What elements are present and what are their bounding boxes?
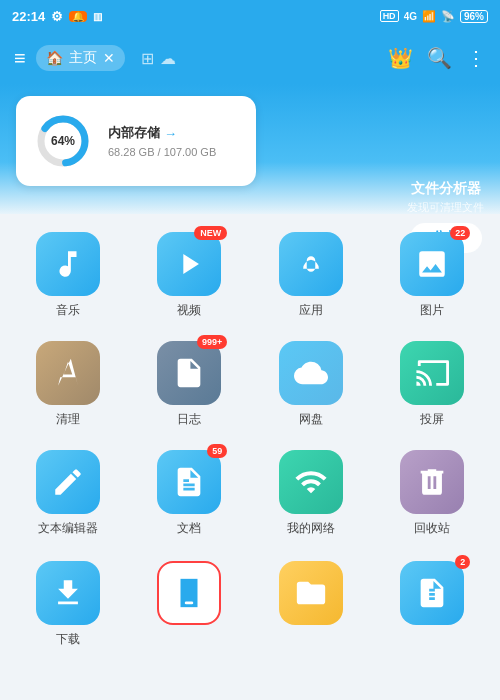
status-bar: 22:14 ⚙ 🔔 ▥ HD 4G 📶 📡 96%: [0, 0, 500, 32]
app-item-trash[interactable]: 回收站: [375, 442, 491, 545]
app-label-cloud: 网盘: [299, 411, 323, 428]
app-item-download[interactable]: 下载: [10, 553, 126, 656]
app-icon-app: [279, 232, 343, 296]
hamburger-menu[interactable]: ≡: [14, 47, 26, 70]
wifi-icon: 📡: [441, 10, 455, 23]
app-icon-cast: [400, 341, 464, 405]
app-icon-folder: [279, 561, 343, 625]
svg-rect-2: [185, 602, 194, 605]
more-menu-icon[interactable]: ⋮: [466, 46, 486, 70]
hd-icon: HD: [380, 10, 399, 22]
app-item-doc[interactable]: 59文档: [132, 442, 248, 545]
toolbar-right: 👑 🔍 ⋮: [388, 46, 486, 70]
tab-extra-icons: ⊞ ☁: [141, 49, 176, 68]
settings-icon: ⚙: [51, 9, 63, 24]
tab-bar[interactable]: 🏠 主页 ✕: [36, 45, 125, 71]
app-label-doc: 文档: [177, 520, 201, 537]
bottom-row: 下载2: [0, 553, 500, 666]
app-label-music: 音乐: [56, 302, 80, 319]
app-grid-section: 音乐NEW视频应用22图片清理999+日志网盘投屏文本编辑器59文档我的网络回收…: [0, 214, 500, 553]
badge-video: NEW: [194, 226, 227, 240]
app-item-log[interactable]: 999+日志: [132, 333, 248, 436]
app-label-app: 应用: [299, 302, 323, 319]
app-label-image: 图片: [420, 302, 444, 319]
app-icon-log: 999+: [157, 341, 221, 405]
storage-donut: 64%: [34, 112, 92, 170]
app-icon-video: NEW: [157, 232, 221, 296]
storage-usage: 68.28 GB / 107.00 GB: [108, 146, 238, 158]
app-icon-image: 22: [400, 232, 464, 296]
app-icon-cloud: [279, 341, 343, 405]
app-icon-doc: 59: [157, 450, 221, 514]
app-icon-trash: [400, 450, 464, 514]
4g-icon: 4G: [404, 11, 417, 22]
storage-title: 内部存储 →: [108, 124, 238, 142]
app-icon-editor: [36, 450, 100, 514]
status-icons: HD 4G 📶 📡 96%: [380, 10, 488, 23]
app-item-editor[interactable]: 文本编辑器: [10, 442, 126, 545]
storage-arrow-icon: →: [164, 126, 177, 141]
extra-icon: ▥: [93, 11, 102, 22]
grid-icon: ⊞: [141, 49, 154, 68]
app-item-music[interactable]: 音乐: [10, 224, 126, 327]
badge-image: 22: [450, 226, 470, 240]
app-item-image[interactable]: 22图片: [375, 224, 491, 327]
app-item-app[interactable]: 应用: [253, 224, 369, 327]
status-time-area: 22:14 ⚙ 🔔 ▥: [12, 9, 102, 24]
storage-info: 内部存储 → 68.28 GB / 107.00 GB: [108, 124, 238, 158]
analyzer-title: 文件分析器: [407, 180, 484, 198]
app-label-video: 视频: [177, 302, 201, 319]
app-item-zip[interactable]: 2: [375, 553, 491, 656]
app-label-clean: 清理: [56, 411, 80, 428]
app-label-cast: 投屏: [420, 411, 444, 428]
blue-section: 64% 内部存储 → 68.28 GB / 107.00 GB 文件分析器 发现…: [0, 84, 500, 214]
notification-icon: 🔔: [69, 11, 87, 22]
app-icon-network: [279, 450, 343, 514]
status-time: 22:14: [12, 9, 45, 24]
analyzer-subtitle: 发现可清理文件: [407, 200, 484, 215]
cloud-icon: ☁: [160, 49, 176, 68]
storage-card[interactable]: 64% 内部存储 → 68.28 GB / 107.00 GB: [16, 96, 256, 186]
app-item-cloud[interactable]: 网盘: [253, 333, 369, 436]
app-icon-clean: [36, 341, 100, 405]
app-icon-download: [36, 561, 100, 625]
app-icon-music: [36, 232, 100, 296]
storage-percent: 64%: [51, 134, 75, 148]
app-icon-zip: 2: [400, 561, 464, 625]
signal-icon: 📶: [422, 10, 436, 23]
crown-icon[interactable]: 👑: [388, 46, 413, 70]
app-item-cast[interactable]: 投屏: [375, 333, 491, 436]
badge-zip: 2: [455, 555, 470, 569]
search-icon[interactable]: 🔍: [427, 46, 452, 70]
tab-label: 主页: [69, 49, 97, 67]
app-item-clean[interactable]: 清理: [10, 333, 126, 436]
app-label-download: 下载: [56, 631, 80, 648]
tab-home-icon: 🏠: [46, 50, 63, 66]
app-label-editor: 文本编辑器: [38, 520, 98, 537]
app-label-trash: 回收站: [414, 520, 450, 537]
battery-icon: 96%: [460, 10, 488, 23]
app-item-phone[interactable]: [132, 553, 248, 656]
app-label-network: 我的网络: [287, 520, 335, 537]
toolbar-left: ≡ 🏠 主页 ✕ ⊞ ☁: [14, 45, 176, 71]
app-grid: 音乐NEW视频应用22图片清理999+日志网盘投屏文本编辑器59文档我的网络回收…: [10, 224, 490, 553]
badge-doc: 59: [207, 444, 227, 458]
tab-close-button[interactable]: ✕: [103, 50, 115, 66]
toolbar: ≡ 🏠 主页 ✕ ⊞ ☁ 👑 🔍 ⋮: [0, 32, 500, 84]
badge-log: 999+: [197, 335, 227, 349]
app-item-video[interactable]: NEW视频: [132, 224, 248, 327]
app-label-log: 日志: [177, 411, 201, 428]
app-icon-phone: [157, 561, 221, 625]
app-item-network[interactable]: 我的网络: [253, 442, 369, 545]
app-item-folder[interactable]: [253, 553, 369, 656]
